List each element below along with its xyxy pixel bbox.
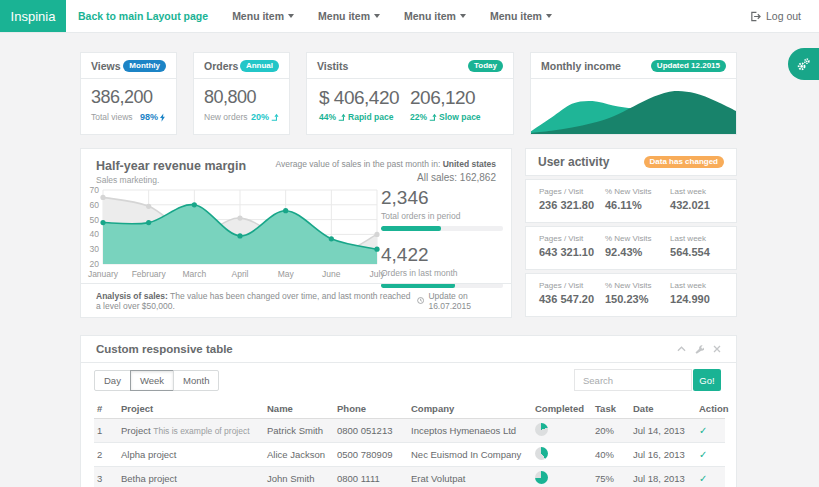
views-badge: Monthly	[123, 60, 166, 72]
responsive-table-panel: Custom responsive table Day Week Month G…	[80, 335, 737, 487]
brand-logo: Inspinia	[0, 0, 66, 32]
orders-delta: 20%	[251, 112, 269, 122]
ua-value: 432.021	[670, 199, 736, 211]
ua-label: Pages / Visit	[539, 234, 605, 243]
menu-item-3[interactable]: Menu item	[404, 10, 466, 22]
user-activity-row: Pages / Visit236 321.80 % New Visits46.1…	[525, 179, 737, 223]
project-name: Project	[121, 425, 151, 436]
logout-button[interactable]: Log out	[750, 10, 801, 22]
revenue-meta-label: Average value of sales in the past month…	[276, 159, 441, 169]
tab-week[interactable]: Week	[130, 370, 174, 391]
all-sales-value: All sales: 162,862	[276, 172, 497, 183]
svg-text:May: May	[278, 269, 295, 279]
col-date: Date	[630, 399, 696, 419]
caret-down-icon	[288, 14, 294, 18]
orders-card-title: Orders	[204, 60, 238, 72]
check-icon[interactable]: ✓	[699, 425, 707, 436]
col-project: Project	[118, 399, 264, 419]
menu-item-label: Menu item	[232, 10, 284, 22]
tab-day[interactable]: Day	[94, 370, 131, 391]
search-input[interactable]	[574, 369, 692, 391]
col-completed: Completed	[532, 399, 592, 419]
views-card: Views Monthly 386,200 Total views 98%	[80, 52, 177, 135]
ua-value: 436 547.20	[539, 293, 605, 305]
visits-right-delta: 22%	[410, 112, 427, 122]
level-up-icon	[429, 113, 437, 121]
svg-text:June: June	[322, 269, 341, 279]
theme-settings-button[interactable]	[788, 48, 819, 80]
caret-down-icon	[374, 14, 380, 18]
income-card-title: Monthly income	[541, 60, 621, 72]
ua-label: Last week	[670, 187, 736, 196]
menu-item-2[interactable]: Menu item	[318, 10, 380, 22]
tab-month[interactable]: Month	[173, 370, 219, 391]
monthly-income-sparkline	[531, 79, 736, 134]
col-action: Action	[696, 399, 725, 419]
close-button[interactable]	[713, 345, 721, 353]
svg-text:60: 60	[90, 200, 100, 210]
orders-badge: Annual	[240, 60, 279, 72]
visits-right-note: Slow pace	[439, 112, 481, 122]
menu-item-1[interactable]: Menu item	[232, 10, 294, 22]
revenue-area-chart: 203040506070JanuaryFebruaryMarchAprilMay…	[87, 184, 385, 284]
table-row: 1 Project This is example of project Pat…	[94, 419, 725, 443]
user-activity-row: Pages / Visit643 321.10 % New Visits92.4…	[525, 226, 737, 270]
clock-icon	[417, 296, 424, 305]
table-panel-title: Custom responsive table	[96, 343, 233, 355]
check-icon[interactable]: ✓	[699, 473, 707, 484]
gears-icon	[796, 57, 811, 72]
project-name: Betha project	[121, 473, 177, 484]
visits-badge: Today	[468, 60, 503, 72]
completed-pie-icon	[535, 447, 548, 460]
svg-text:January: January	[88, 269, 119, 279]
ua-label: % New Visits	[605, 234, 670, 243]
caret-down-icon	[460, 14, 466, 18]
menu-item-4[interactable]: Menu item	[490, 10, 552, 22]
period-tabs: Day Week Month	[94, 370, 219, 391]
svg-text:40: 40	[90, 229, 100, 239]
orders-last-month-value: 4,422	[381, 244, 503, 266]
logout-label: Log out	[766, 10, 801, 22]
col-company: Company	[408, 399, 532, 419]
collapse-button[interactable]	[677, 346, 686, 352]
visits-card-title: Vistits	[317, 60, 348, 72]
ua-label: Pages / Visit	[539, 187, 605, 196]
visits-left-delta: 44%	[319, 112, 336, 122]
check-icon[interactable]: ✓	[699, 449, 707, 460]
ua-value: 236 321.80	[539, 199, 605, 211]
user-activity-row: Pages / Visit436 547.20 % New Visits150.…	[525, 273, 737, 317]
views-delta: 98%	[140, 112, 158, 122]
back-to-layout-link[interactable]: Back to main Layout page	[78, 10, 208, 22]
ua-value: 150.23%	[605, 293, 670, 305]
views-label: Total views	[91, 112, 133, 122]
svg-text:February: February	[132, 269, 167, 279]
menu-item-label: Menu item	[490, 10, 542, 22]
revenue-panel-title: Half-year revenue margin	[96, 159, 246, 173]
visits-left-note: Rapid pace	[348, 112, 393, 122]
caret-down-icon	[546, 14, 552, 18]
chevron-up-icon	[677, 346, 686, 352]
monthly-income-card: Monthly income Updated 12.2015	[530, 52, 737, 135]
level-up-icon	[338, 113, 346, 121]
completed-pie-icon	[535, 471, 548, 484]
svg-text:50: 50	[90, 215, 100, 225]
ua-label: % New Visits	[605, 187, 670, 196]
settings-button[interactable]	[695, 345, 704, 354]
ua-label: Pages / Visit	[539, 281, 605, 290]
go-button[interactable]: Go!	[693, 369, 721, 391]
menu-item-label: Menu item	[404, 10, 456, 22]
ua-value: 124.990	[670, 293, 736, 305]
views-card-title: Views	[91, 60, 121, 72]
ua-value: 46.11%	[605, 199, 670, 211]
completed-pie-icon	[535, 423, 548, 436]
ua-value: 643 321.10	[539, 246, 605, 258]
orders-last-month-label: Orders in last month	[381, 268, 503, 278]
table-row: 3 Betha project John Smith 0800 1111 Era…	[94, 467, 725, 487]
analysis-label: Analysis of sales:	[96, 291, 168, 301]
project-note: This is example of project	[153, 426, 249, 436]
update-date: Update on 16.07.2015	[428, 291, 496, 311]
col-task: Task	[592, 399, 630, 419]
bolt-icon	[160, 113, 166, 122]
col-name: Name	[264, 399, 334, 419]
orders-card: Orders Annual 80,800 New orders 20%	[193, 52, 290, 135]
